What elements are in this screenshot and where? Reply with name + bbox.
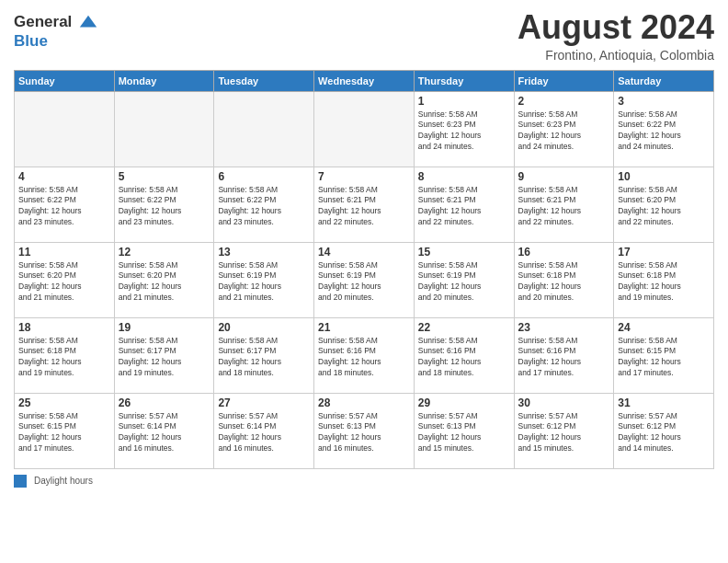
week-row-4: 18Sunrise: 5:58 AM Sunset: 6:18 PM Dayli…: [15, 317, 714, 393]
day-info: Sunrise: 5:58 AM Sunset: 6:19 PM Dayligh…: [418, 260, 510, 304]
calendar-table: SundayMondayTuesdayWednesdayThursdayFrid…: [14, 70, 714, 469]
daylight-swatch: [14, 475, 27, 488]
day-info: Sunrise: 5:58 AM Sunset: 6:18 PM Dayligh…: [618, 260, 710, 304]
calendar-cell: 18Sunrise: 5:58 AM Sunset: 6:18 PM Dayli…: [15, 317, 115, 393]
svg-marker-0: [80, 15, 97, 27]
calendar-cell: 27Sunrise: 5:57 AM Sunset: 6:14 PM Dayli…: [214, 393, 314, 468]
logo-icon: [78, 12, 98, 32]
day-info: Sunrise: 5:57 AM Sunset: 6:14 PM Dayligh…: [218, 411, 310, 455]
calendar-cell: 28Sunrise: 5:57 AM Sunset: 6:13 PM Dayli…: [314, 393, 415, 468]
day-number: 7: [318, 170, 410, 183]
day-header-monday: Monday: [114, 70, 214, 91]
day-number: 2: [518, 95, 610, 108]
day-number: 28: [318, 396, 410, 409]
day-number: 18: [18, 321, 110, 334]
day-info: Sunrise: 5:58 AM Sunset: 6:21 PM Dayligh…: [518, 185, 610, 229]
calendar-cell: 31Sunrise: 5:57 AM Sunset: 6:12 PM Dayli…: [614, 393, 714, 468]
day-info: Sunrise: 5:58 AM Sunset: 6:19 PM Dayligh…: [318, 260, 410, 304]
day-info: Sunrise: 5:58 AM Sunset: 6:20 PM Dayligh…: [18, 260, 110, 304]
day-info: Sunrise: 5:57 AM Sunset: 6:13 PM Dayligh…: [318, 411, 410, 455]
day-number: 9: [518, 170, 610, 183]
day-number: 29: [418, 396, 510, 409]
calendar-cell: 23Sunrise: 5:58 AM Sunset: 6:16 PM Dayli…: [514, 317, 614, 393]
calendar-cell: 5Sunrise: 5:58 AM Sunset: 6:22 PM Daylig…: [114, 167, 214, 242]
day-info: Sunrise: 5:58 AM Sunset: 6:23 PM Dayligh…: [518, 109, 610, 154]
day-number: 24: [618, 321, 710, 334]
calendar-cell: 7Sunrise: 5:58 AM Sunset: 6:21 PM Daylig…: [314, 167, 415, 242]
logo-text-general: General: [14, 13, 72, 30]
day-number: 17: [618, 246, 710, 259]
day-number: 6: [218, 170, 310, 183]
day-number: 20: [218, 321, 310, 334]
footer-bar: Daylight hours: [14, 475, 714, 488]
calendar-cell: 10Sunrise: 5:58 AM Sunset: 6:20 PM Dayli…: [614, 167, 714, 242]
week-row-5: 25Sunrise: 5:58 AM Sunset: 6:15 PM Dayli…: [15, 393, 714, 468]
calendar-cell: [15, 91, 115, 167]
day-info: Sunrise: 5:58 AM Sunset: 6:15 PM Dayligh…: [618, 336, 710, 380]
day-number: 13: [218, 246, 310, 259]
day-number: 8: [418, 170, 510, 183]
calendar-cell: 19Sunrise: 5:58 AM Sunset: 6:17 PM Dayli…: [114, 317, 214, 393]
day-number: 31: [618, 396, 710, 409]
calendar-cell: 22Sunrise: 5:58 AM Sunset: 6:16 PM Dayli…: [414, 317, 514, 393]
day-info: Sunrise: 5:58 AM Sunset: 6:18 PM Dayligh…: [518, 260, 610, 304]
header-area: General Blue August 2024 Frontino, Antio…: [14, 9, 714, 63]
calendar-cell: 3Sunrise: 5:58 AM Sunset: 6:22 PM Daylig…: [614, 91, 714, 167]
calendar-cell: 15Sunrise: 5:58 AM Sunset: 6:19 PM Dayli…: [414, 242, 514, 317]
calendar-cell: [114, 91, 214, 167]
logo: General Blue: [14, 13, 98, 50]
calendar-cell: 6Sunrise: 5:58 AM Sunset: 6:22 PM Daylig…: [214, 167, 314, 242]
calendar-cell: 13Sunrise: 5:58 AM Sunset: 6:19 PM Dayli…: [214, 242, 314, 317]
day-info: Sunrise: 5:58 AM Sunset: 6:16 PM Dayligh…: [518, 336, 610, 380]
calendar-cell: 12Sunrise: 5:58 AM Sunset: 6:20 PM Dayli…: [114, 242, 214, 317]
day-number: 4: [18, 170, 110, 183]
calendar-cell: 24Sunrise: 5:58 AM Sunset: 6:15 PM Dayli…: [614, 317, 714, 393]
day-number: 12: [119, 246, 210, 259]
calendar-cell: 26Sunrise: 5:57 AM Sunset: 6:14 PM Dayli…: [114, 393, 214, 468]
day-info: Sunrise: 5:58 AM Sunset: 6:22 PM Dayligh…: [119, 185, 210, 229]
day-info: Sunrise: 5:58 AM Sunset: 6:17 PM Dayligh…: [218, 336, 310, 380]
title-area: August 2024 Frontino, Antioquia, Colombi…: [518, 9, 714, 63]
day-header-thursday: Thursday: [414, 70, 514, 91]
calendar-cell: 4Sunrise: 5:58 AM Sunset: 6:22 PM Daylig…: [15, 167, 115, 242]
calendar-cell: 29Sunrise: 5:57 AM Sunset: 6:13 PM Dayli…: [414, 393, 514, 468]
day-info: Sunrise: 5:58 AM Sunset: 6:22 PM Dayligh…: [218, 185, 310, 229]
day-info: Sunrise: 5:58 AM Sunset: 6:22 PM Dayligh…: [18, 185, 110, 229]
day-info: Sunrise: 5:57 AM Sunset: 6:12 PM Dayligh…: [518, 411, 610, 455]
day-number: 1: [418, 95, 510, 108]
day-number: 27: [218, 396, 310, 409]
header-row: SundayMondayTuesdayWednesdayThursdayFrid…: [15, 70, 714, 91]
day-header-friday: Friday: [514, 70, 614, 91]
calendar-cell: 20Sunrise: 5:58 AM Sunset: 6:17 PM Dayli…: [214, 317, 314, 393]
day-info: Sunrise: 5:58 AM Sunset: 6:17 PM Dayligh…: [119, 336, 210, 380]
calendar-cell: 11Sunrise: 5:58 AM Sunset: 6:20 PM Dayli…: [15, 242, 115, 317]
calendar-cell: 21Sunrise: 5:58 AM Sunset: 6:16 PM Dayli…: [314, 317, 415, 393]
day-number: 15: [418, 246, 510, 259]
day-number: 11: [18, 246, 110, 259]
calendar-cell: 25Sunrise: 5:58 AM Sunset: 6:15 PM Dayli…: [15, 393, 115, 468]
calendar-cell: 1Sunrise: 5:58 AM Sunset: 6:23 PM Daylig…: [414, 91, 514, 167]
calendar-cell: [214, 91, 314, 167]
day-number: 26: [119, 396, 210, 409]
subtitle: Frontino, Antioquia, Colombia: [518, 48, 714, 63]
day-info: Sunrise: 5:57 AM Sunset: 6:14 PM Dayligh…: [119, 411, 210, 455]
logo-text-blue: Blue: [14, 32, 98, 51]
day-info: Sunrise: 5:57 AM Sunset: 6:12 PM Dayligh…: [618, 411, 710, 455]
day-info: Sunrise: 5:58 AM Sunset: 6:23 PM Dayligh…: [418, 109, 510, 154]
day-number: 30: [518, 396, 610, 409]
week-row-2: 4Sunrise: 5:58 AM Sunset: 6:22 PM Daylig…: [15, 167, 714, 242]
day-number: 22: [418, 321, 510, 334]
day-header-sunday: Sunday: [15, 70, 115, 91]
day-number: 25: [18, 396, 110, 409]
day-number: 3: [618, 95, 710, 108]
calendar-cell: 16Sunrise: 5:58 AM Sunset: 6:18 PM Dayli…: [514, 242, 614, 317]
day-number: 5: [119, 170, 210, 183]
day-number: 19: [119, 321, 210, 334]
calendar-cell: 8Sunrise: 5:58 AM Sunset: 6:21 PM Daylig…: [414, 167, 514, 242]
calendar-cell: [314, 91, 415, 167]
day-info: Sunrise: 5:58 AM Sunset: 6:20 PM Dayligh…: [618, 185, 710, 229]
footer-label: Daylight hours: [34, 476, 93, 486]
day-info: Sunrise: 5:58 AM Sunset: 6:16 PM Dayligh…: [418, 336, 510, 380]
day-header-saturday: Saturday: [614, 70, 714, 91]
day-info: Sunrise: 5:58 AM Sunset: 6:15 PM Dayligh…: [18, 411, 110, 455]
